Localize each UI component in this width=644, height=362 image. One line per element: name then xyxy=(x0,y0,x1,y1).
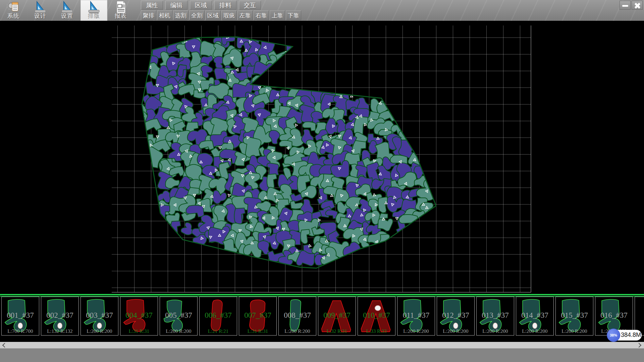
piece-thumbnail-3[interactable]: 003_#37L:200 R:200 xyxy=(80,297,118,336)
app-tab-label: 系统 xyxy=(0,12,27,20)
menu-button-5[interactable]: 交互 xyxy=(239,1,261,10)
piece-thumbnail-10[interactable]: 010_#37L:33 R:33 xyxy=(358,297,395,336)
report-doc-icon xyxy=(107,1,134,13)
piece-id-label: 015_#37 xyxy=(556,311,593,320)
piece-id-label: 007_#37 xyxy=(239,311,276,320)
app-tab-4[interactable]: 排版 xyxy=(80,0,107,21)
scroll-left-button[interactable] xyxy=(0,342,8,348)
tool-button-3[interactable]: 选割 xyxy=(173,10,189,20)
tool-button-4[interactable]: 全割 xyxy=(189,10,205,20)
app-tab-label: 设计 xyxy=(27,12,54,20)
memory-badge[interactable]: 38% 384.8M xyxy=(608,330,642,341)
set-square-icon xyxy=(54,1,80,13)
app-tab-1[interactable]: 系统 xyxy=(0,0,27,21)
piece-id-label: 011_#37 xyxy=(397,311,435,320)
piece-lr-count: L:200 R:200 xyxy=(279,328,316,334)
set-square-icon xyxy=(27,1,54,13)
piece-id-label: 006_#37 xyxy=(200,311,237,320)
piece-lr-count: L:200 R:200 xyxy=(437,328,474,334)
piece-id-label: 004_#37 xyxy=(120,311,158,320)
piece-id-label: 009_#37 xyxy=(318,311,356,320)
piece-thumbnail-11[interactable]: 011_#37L:200 R:200 xyxy=(397,297,435,336)
piece-lr-count: L:200 R:200 xyxy=(81,328,118,334)
tool-button-8[interactable]: 右靠 xyxy=(254,10,269,20)
piece-thumbnail-13[interactable]: 013_#37L:200 R:200 xyxy=(476,297,514,336)
piece-thumbnail-14[interactable]: 014_#37L:200 R:200 xyxy=(516,297,554,336)
piece-thumbnail-6[interactable]: 006_#37L:21 R:21 xyxy=(199,297,237,336)
status-bar xyxy=(0,348,644,362)
minimize-icon xyxy=(622,5,628,7)
scroll-right-button[interactable] xyxy=(636,342,644,348)
piece-lr-count: L:32 R:31 xyxy=(318,328,356,334)
piece-id-label: 005_#37 xyxy=(160,311,197,320)
piece-thumbnail-4[interactable]: 004_#37L:31 R:31 xyxy=(120,297,158,336)
piece-id-label: 010_#37 xyxy=(358,311,395,320)
piece-thumbnail-9[interactable]: 009_#37L:32 R:31 xyxy=(318,297,356,336)
piece-thumbnail-strip: 001_#37L:700 R:700002_#37L:132 R:132003_… xyxy=(0,297,644,336)
menu-bar: 属性编辑区域排料交互 xyxy=(141,1,261,10)
piece-thumbnail-7[interactable]: 007_#37L:31 R:31 xyxy=(239,297,277,336)
tool-button-9[interactable]: 上靠 xyxy=(270,10,285,20)
piece-id-label: 0 xyxy=(635,311,644,320)
scroll-right-icon xyxy=(637,343,641,348)
piece-id-label: 002_#37 xyxy=(41,311,78,320)
piece-id-label: 014_#37 xyxy=(516,311,553,320)
piece-id-label: 013_#37 xyxy=(477,311,514,320)
tool-button-6[interactable]: 瑕疵 xyxy=(221,10,237,20)
piece-lr-count: L:31 R:31 xyxy=(120,328,158,334)
menu-button-3[interactable]: 区域 xyxy=(190,1,212,10)
system-gear-icon xyxy=(0,1,27,13)
piece-lr-count: L:200 R:200 xyxy=(477,328,514,334)
tool-button-5[interactable]: 区域 xyxy=(205,10,221,20)
memory-percent: 38% xyxy=(607,328,620,342)
tool-button-1[interactable]: 聚排 xyxy=(141,10,156,20)
piece-lr-count: L:200 R:200 xyxy=(516,328,553,334)
piece-lr-count: L:31 R:31 xyxy=(239,328,276,334)
piece-lr-count: L:21 R:21 xyxy=(200,328,237,334)
piece-thumbnail-15[interactable]: 015_#37L:200 R:200 xyxy=(555,297,593,336)
app-tab-label: 报表 xyxy=(107,12,134,20)
piece-thumbnail-5[interactable]: 005_#37L:200 R:200 xyxy=(160,297,198,336)
thumbnail-scrollbar[interactable] xyxy=(0,342,644,348)
piece-lr-count: L:33 R:33 xyxy=(358,328,395,334)
piece-lr-count: L:200 R:200 xyxy=(556,328,593,334)
menu-button-4[interactable]: 排料 xyxy=(214,1,236,10)
piece-id-label: 001_#37 xyxy=(2,311,39,320)
app-tab-label: 排版 xyxy=(80,12,107,20)
nesting-canvas-svg xyxy=(0,21,644,294)
piece-lr-count: L:200 R:200 xyxy=(397,328,435,334)
piece-thumbnail-8[interactable]: 008_#37L:200 R:200 xyxy=(278,297,316,336)
application-window: 系统设计设置排版报表 属性编辑区域排料交互 聚排相机选割全割区域瑕疵左靠右靠上靠… xyxy=(0,0,644,362)
piece-lr-count: L:200 R:200 xyxy=(160,328,197,334)
minimize-button[interactable] xyxy=(620,1,631,10)
app-tab-2[interactable]: 设计 xyxy=(27,0,54,21)
toolbar: 聚排相机选割全割区域瑕疵左靠右靠上靠下靠 xyxy=(141,10,301,20)
window-controls xyxy=(620,1,643,10)
piece-id-label: 012_#37 xyxy=(437,311,474,320)
app-header: 系统设计设置排版报表 属性编辑区域排料交互 聚排相机选割全割区域瑕疵左靠右靠上靠… xyxy=(0,0,644,21)
separator-line xyxy=(0,294,644,295)
app-tab-label: 设置 xyxy=(54,12,80,20)
piece-thumbnail-2[interactable]: 002_#37L:132 R:132 xyxy=(41,297,79,336)
piece-thumbnail-12[interactable]: 012_#37L:200 R:200 xyxy=(437,297,475,336)
piece-id-label: 003_#37 xyxy=(81,311,118,320)
piece-lr-count: L:700 R:700 xyxy=(2,328,39,334)
nesting-canvas[interactable] xyxy=(0,21,644,294)
scroll-left-icon xyxy=(2,343,7,348)
piece-id-label: 008_#37 xyxy=(279,311,316,320)
menu-button-1[interactable]: 属性 xyxy=(141,1,163,10)
app-tab-5[interactable]: 报表 xyxy=(107,0,134,21)
app-tab-strip: 系统设计设置排版报表 xyxy=(0,0,135,21)
app-tab-3[interactable]: 设置 xyxy=(54,0,80,21)
tool-button-10[interactable]: 下靠 xyxy=(286,10,301,20)
tool-button-2[interactable]: 相机 xyxy=(157,10,172,20)
menu-button-2[interactable]: 编辑 xyxy=(165,1,187,10)
tool-button-7[interactable]: 左靠 xyxy=(237,10,253,20)
piece-lr-count: L:132 R:132 xyxy=(41,328,78,334)
set-square-icon xyxy=(80,1,107,13)
piece-thumbnail-1[interactable]: 001_#37L:700 R:700 xyxy=(1,297,39,336)
close-button[interactable] xyxy=(632,1,643,10)
memory-value: 384.8M xyxy=(621,331,641,339)
piece-id-label: 016_#37 xyxy=(595,311,633,320)
